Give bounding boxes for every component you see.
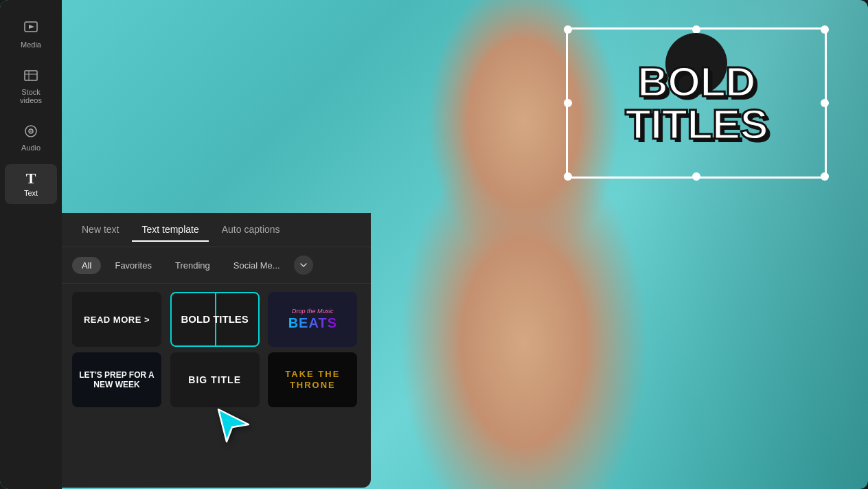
resize-handle-bl[interactable] — [564, 172, 572, 181]
template-read-more[interactable]: READ MORE > — [72, 292, 161, 347]
sidebar-item-stock-videos[interactable]: Stock videos — [5, 61, 57, 111]
panel-tabs: New text Text template Auto captions — [62, 213, 371, 247]
stock-videos-icon — [23, 68, 38, 85]
filter-social-media[interactable]: Social Me... — [224, 257, 290, 274]
filter-all[interactable]: All — [72, 257, 101, 274]
template-lets-prep[interactable]: LET'S PREP FOR A NEW WEEK — [72, 352, 161, 407]
tab-text-template[interactable]: Text template — [132, 218, 208, 242]
sidebar-label-text: Text — [24, 189, 38, 197]
beats-bottom-text: BEATS — [288, 315, 337, 331]
template-grid: READ MORE > BOLD TITLES Drop the Music B… — [62, 284, 371, 416]
resize-handle-tl[interactable] — [564, 25, 572, 34]
app-container: BOLD TITLES Media Stock videos — [0, 0, 868, 489]
filter-bar: All Favorites Trending Social Me... — [62, 247, 371, 284]
sidebar: Media Stock videos Audio — [0, 0, 62, 489]
lets-prep-text: LET'S PREP FOR A NEW WEEK — [72, 370, 161, 390]
sidebar-label-audio: Audio — [21, 144, 41, 152]
text-icon: T — [26, 171, 36, 186]
media-icon — [23, 21, 38, 38]
svg-rect-2 — [25, 71, 37, 80]
sidebar-item-media[interactable]: Media — [5, 14, 57, 56]
resize-handle-mr[interactable] — [821, 99, 829, 107]
sidebar-item-audio[interactable]: Audio — [5, 117, 57, 159]
template-throne[interactable]: TAKE THE THRONE — [268, 352, 357, 407]
read-more-text: READ MORE > — [84, 315, 150, 325]
template-big-title[interactable]: BIG TITLE — [170, 352, 260, 407]
filter-favorites[interactable]: Favorites — [105, 257, 161, 274]
beats-top-text: Drop the Music — [292, 308, 334, 315]
throne-text: TAKE THE THRONE — [268, 369, 357, 390]
resize-handle-ml[interactable] — [564, 99, 572, 107]
audio-icon — [23, 124, 38, 141]
bold-titles-card-text: BOLD TITLES — [181, 314, 248, 326]
resize-handle-br[interactable] — [821, 172, 829, 181]
svg-marker-1 — [29, 25, 34, 29]
canvas-text-element[interactable]: BOLD TITLES — [566, 27, 827, 179]
svg-point-7 — [30, 130, 32, 132]
resize-handle-bm[interactable] — [692, 172, 700, 181]
template-bold-titles[interactable]: BOLD TITLES — [170, 292, 260, 347]
tab-new-text[interactable]: New text — [72, 218, 128, 242]
template-beats[interactable]: Drop the Music BEATS — [268, 292, 357, 347]
tab-auto-captions[interactable]: Auto captions — [212, 218, 290, 242]
big-title-text: BIG TITLE — [188, 374, 241, 385]
sidebar-item-text[interactable]: T Text — [5, 164, 57, 204]
beats-content: Drop the Music BEATS — [288, 308, 337, 331]
filter-more-button[interactable] — [294, 255, 313, 275]
filter-trending[interactable]: Trending — [165, 257, 220, 274]
sidebar-label-media: Media — [21, 41, 41, 49]
sidebar-label-stock-videos: Stock videos — [10, 88, 52, 104]
canvas-bold-titles-text: BOLD TITLES — [578, 60, 814, 146]
text-panel: New text Text template Auto captions All… — [62, 213, 371, 488]
resize-handle-tr[interactable] — [821, 25, 829, 34]
